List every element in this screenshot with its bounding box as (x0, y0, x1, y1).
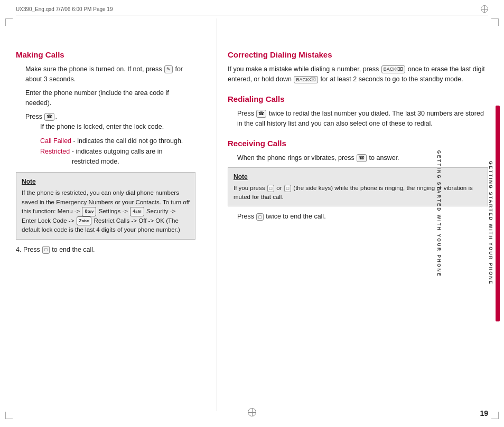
side-bar-decoration (496, 106, 500, 321)
correcting-dialing-text: If you make a mistake while dialing a nu… (228, 64, 488, 85)
error-labels: Call Failed - indicates the call did not… (25, 136, 195, 167)
header-text: UX390_Eng.qxd 7/7/06 6:00 PM Page 19 (16, 6, 113, 12)
redialing-calls-section: Redialing Calls Press ☎ twice to redial … (228, 94, 488, 129)
restricted-desc2: restricted mode. (40, 157, 195, 167)
page-number: 19 (480, 409, 488, 417)
note-title-2: Note (234, 172, 482, 182)
redialing-calls-title: Redialing Calls (228, 94, 488, 103)
corner-mark-tl (5, 18, 13, 26)
receiving-step1-text: When the phone rings or vibrates, press … (237, 154, 399, 162)
call-failed-desc: - indicates the call did not go through. (73, 137, 183, 145)
receiving-calls-note-box: Note If you press □ or □ (the side keys)… (228, 167, 488, 207)
receiving-step1: When the phone rings or vibrates, press … (237, 153, 488, 163)
making-calls-note-box: Note If the phone is restricted, you can… (16, 172, 195, 239)
receiving-step2-text: Press □ twice to end the call. (237, 213, 326, 220)
restricted-label: Restricted (40, 148, 70, 155)
answer-key-icon: ☎ (357, 154, 367, 162)
end-key-icon: □ (42, 246, 49, 254)
side-label-rotated: GETTING STARTED WITH YOUR PHONE (437, 150, 442, 277)
left-column: Making Calls Make sure the phone is turn… (16, 18, 211, 411)
column-divider (217, 18, 217, 411)
making-calls-step1: Make sure the phone is turned on. If not… (25, 64, 195, 85)
correcting-dialing-section: Correcting Dialing Mistakes If you make … (228, 50, 488, 85)
page-container: Making Calls Make sure the phone is turn… (16, 18, 488, 411)
side-key-icon-1: □ (267, 185, 274, 193)
right-column: Correcting Dialing Mistakes If you make … (222, 18, 488, 411)
corner-mark-tr (491, 18, 499, 26)
call-failed-label: Call Failed (40, 137, 71, 145)
step1-text: Make sure the phone is turned on. If not… (25, 65, 183, 83)
receiving-steps: When the phone rings or vibrates, press … (228, 153, 488, 163)
making-calls-step4: 4. Press □ to end the call. (16, 245, 195, 255)
receiving-step2: Press □ twice to end the call. (237, 212, 488, 222)
note-title-1: Note (22, 177, 190, 186)
receiving-steps-2: Press □ twice to end the call. (228, 212, 488, 222)
note-content-2: If you press □ or □ (the side keys) whil… (234, 184, 482, 202)
header-crosshair (481, 5, 488, 13)
corner-mark-br (491, 412, 499, 419)
correcting-dialing-title: Correcting Dialing Mistakes (228, 50, 488, 59)
side-key-icon-2: □ (284, 185, 291, 193)
header-bar: UX390_Eng.qxd 7/7/06 6:00 PM Page 19 (16, 5, 488, 15)
side-label: GETTING STARTED WITH YOUR PHONE (488, 161, 493, 267)
end-key-icon-2: □ (256, 213, 263, 221)
menu-8-key: 8tuv (82, 207, 96, 216)
redialing-step1-text: Press ☎ twice to redial the last number … (237, 110, 484, 127)
redial-key-icon: ☎ (256, 110, 266, 118)
note-content-1: If the phone is restricted, you can only… (22, 188, 190, 234)
making-calls-steps: Make sure the phone is turned on. If not… (16, 64, 195, 167)
back-key-icon-2: BACK⌫ (294, 76, 318, 84)
settings-4-key: 4shi (130, 207, 144, 216)
making-calls-step3: Press ☎. If the phone is locked, enter t… (25, 112, 195, 167)
corner-mark-bl (5, 412, 13, 419)
back-key-icon-1: BACK⌫ (381, 65, 406, 73)
bottom-crosshair (248, 408, 256, 416)
step3-note: If the phone is locked, enter the lock c… (25, 122, 195, 132)
restricted-desc: - indicates outgoing calls are in (72, 148, 163, 155)
send-key-icon: ☎ (44, 113, 54, 121)
step2-text: Enter the phone number (include the area… (25, 89, 169, 107)
redialing-steps: Press ☎ twice to redial the last number … (228, 109, 488, 129)
code-2-key: 2abc (77, 216, 92, 226)
receiving-calls-section: Receiving Calls When the phone rings or … (228, 139, 488, 222)
step3-text: Press ☎. (25, 113, 57, 120)
receiving-calls-title: Receiving Calls (228, 139, 488, 148)
redialing-step1: Press ☎ twice to redial the last number … (237, 109, 488, 129)
making-calls-step2: Enter the phone number (include the area… (25, 88, 195, 109)
power-key-icon: ✎ (164, 65, 173, 73)
making-calls-title: Making Calls (16, 50, 195, 59)
making-calls-section: Making Calls Make sure the phone is turn… (16, 50, 195, 255)
